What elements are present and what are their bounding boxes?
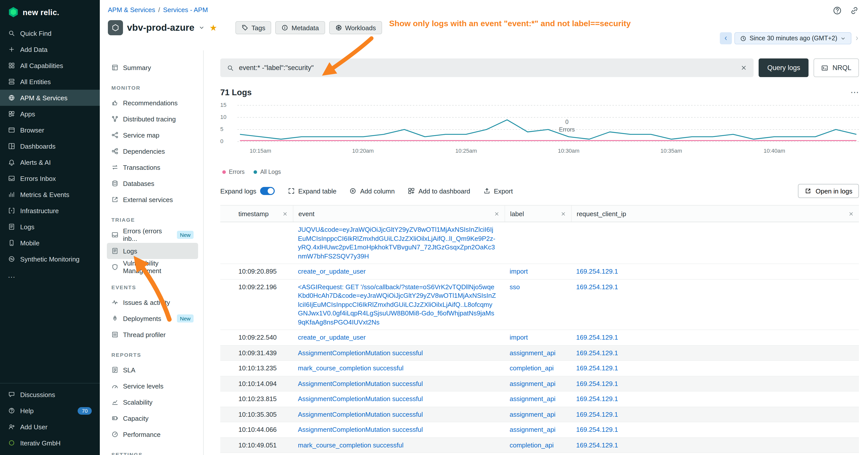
logs-search-input[interactable] bbox=[239, 64, 736, 71]
breadcrumb-services-apm[interactable]: Services - APM bbox=[163, 6, 208, 13]
ip-link[interactable]: 169.254.129.1 bbox=[571, 379, 859, 388]
table-row[interactable]: 10:09:22.540 create_or_update_user impor… bbox=[220, 330, 859, 346]
event-link[interactable]: AssignmentCompletionMutation successful bbox=[293, 425, 504, 434]
event-link[interactable]: create_or_update_user bbox=[293, 267, 504, 276]
table-row[interactable]: 10:10:23.815 AssignmentCompletionMutatio… bbox=[220, 391, 859, 407]
label-link[interactable]: completion_api bbox=[504, 441, 571, 450]
label-link[interactable]: sso bbox=[504, 283, 571, 291]
label-link[interactable]: import bbox=[504, 333, 571, 342]
sidebar-item-all-entities[interactable]: All Entities bbox=[0, 73, 100, 90]
query-logs-button[interactable]: Query logs bbox=[758, 59, 809, 77]
label-link[interactable]: assignment_api bbox=[504, 394, 571, 403]
sidebar-item-browser[interactable]: Browser bbox=[0, 122, 100, 138]
subnav-item-vulnerability-management[interactable]: Vulnerability Management bbox=[107, 259, 198, 275]
legend-errors[interactable]: Errors bbox=[222, 169, 245, 175]
subnav-item-recommendations[interactable]: Recommendations bbox=[107, 95, 198, 111]
subnav-item-summary[interactable]: Summary bbox=[107, 60, 198, 75]
add-to-dashboard-button[interactable]: Add to dashboard bbox=[408, 187, 470, 195]
sidebar-item-dashboards[interactable]: Dashboards bbox=[0, 138, 100, 154]
subnav-item-logs[interactable]: Logs bbox=[107, 243, 198, 259]
remove-column-icon[interactable] bbox=[560, 211, 566, 217]
subnav-item-scalability[interactable]: Scalability bbox=[107, 394, 198, 410]
sidebar-item-all-capabilities[interactable]: All Capabilities bbox=[0, 58, 100, 73]
time-forward-button[interactable] bbox=[854, 35, 860, 41]
table-row[interactable]: 10:11:00.311 AssignmentCompletionMutatio… bbox=[220, 453, 859, 455]
metadata-button[interactable]: Metadata bbox=[276, 21, 325, 34]
sidebar-item-account[interactable]: Iterativ GmbH bbox=[0, 435, 100, 451]
expand-table-button[interactable]: Expand table bbox=[287, 187, 337, 195]
table-row[interactable]: 10:10:49.051 mark_course_completion succ… bbox=[220, 437, 859, 453]
open-in-logs-button[interactable]: Open in logs bbox=[798, 184, 859, 198]
event-link[interactable]: mark_course_completion successful bbox=[293, 364, 504, 372]
tags-button[interactable]: Tags bbox=[236, 21, 272, 34]
event-link[interactable]: AssignmentCompletionMutation successful bbox=[293, 379, 504, 388]
remove-column-icon[interactable] bbox=[282, 211, 288, 217]
more-options-icon[interactable]: ⋯ bbox=[850, 88, 859, 97]
table-row[interactable]: 10:10:44.066 AssignmentCompletionMutatio… bbox=[220, 422, 859, 437]
subnav-item-databases[interactable]: Databases bbox=[107, 175, 198, 192]
sidebar-item-mobile[interactable]: Mobile bbox=[0, 235, 100, 251]
sidebar-item-apps[interactable]: Apps bbox=[0, 106, 100, 122]
subnav-item-performance[interactable]: Performance bbox=[107, 426, 198, 443]
ip-link[interactable]: 169.254.129.1 bbox=[571, 425, 859, 434]
add-column-button[interactable]: Add column bbox=[349, 187, 395, 195]
remove-column-icon[interactable] bbox=[848, 211, 854, 217]
time-range-button[interactable]: Since 30 minutes ago (GMT+2) bbox=[735, 32, 851, 44]
sidebar-item-help[interactable]: Help 70 bbox=[0, 402, 100, 419]
table-row[interactable]: 10:09:22.196 <ASGIRequest: GET '/sso/cal… bbox=[220, 280, 859, 330]
ip-link[interactable]: 169.254.129.1 bbox=[571, 267, 859, 276]
table-row[interactable]: 10:10:35.305 AssignmentCompletionMutatio… bbox=[220, 407, 859, 422]
subnav-item-thread-profiler[interactable]: Thread profiler bbox=[107, 326, 198, 343]
event-link[interactable]: <ASGIRequest: GET '/sso/callback/?state=… bbox=[293, 283, 504, 326]
sidebar-item-logs[interactable]: Logs bbox=[0, 219, 100, 235]
ip-link[interactable]: 169.254.129.1 bbox=[571, 441, 859, 450]
ip-link[interactable]: 169.254.129.1 bbox=[571, 410, 859, 419]
table-row[interactable]: 10:10:13.235 mark_course_completion succ… bbox=[220, 361, 859, 376]
time-back-button[interactable] bbox=[720, 32, 732, 44]
export-button[interactable]: Export bbox=[484, 187, 513, 195]
breadcrumb-apm-services[interactable]: APM & Services bbox=[108, 6, 155, 13]
sidebar-item-apm-services[interactable]: APM & Services bbox=[0, 90, 100, 106]
remove-column-icon[interactable] bbox=[494, 211, 499, 217]
label-link[interactable]: import bbox=[504, 267, 571, 276]
permalink-icon[interactable] bbox=[850, 6, 859, 15]
nrql-button[interactable]: NRQL bbox=[814, 59, 859, 77]
sidebar-item-alerts-ai[interactable]: Alerts & AI bbox=[0, 154, 100, 170]
label-link[interactable]: assignment_api bbox=[504, 349, 571, 357]
subnav-item-sla[interactable]: SLA bbox=[107, 362, 198, 378]
sidebar-item-infrastructure[interactable]: Infrastructure bbox=[0, 202, 100, 219]
subnav-item-service-levels[interactable]: Service levels bbox=[107, 378, 198, 394]
ip-link[interactable]: 169.254.129.1 bbox=[571, 333, 859, 342]
subnav-item-capacity[interactable]: Capacity bbox=[107, 410, 198, 426]
sidebar-item-more[interactable]: ... bbox=[0, 267, 100, 283]
ip-link[interactable]: 169.254.129.1 bbox=[571, 364, 859, 372]
event-link[interactable]: mark_course_completion successful bbox=[293, 441, 504, 450]
event-link[interactable]: AssignmentCompletionMutation successful bbox=[293, 410, 504, 419]
label-link[interactable]: assignment_api bbox=[504, 410, 571, 419]
sidebar-item-synthetic-monitoring[interactable]: Synthetic Monitoring bbox=[0, 251, 100, 267]
subnav-item-issues-activity[interactable]: Issues & activity bbox=[107, 294, 198, 311]
subnav-item-dependencies[interactable]: Dependencies bbox=[107, 143, 198, 159]
label-link[interactable]: completion_api bbox=[504, 364, 571, 372]
sidebar-item-metrics-events[interactable]: Metrics & Events bbox=[0, 187, 100, 202]
favorite-star-icon[interactable]: ★ bbox=[210, 23, 217, 33]
subnav-item-service-map[interactable]: Service map bbox=[107, 127, 198, 143]
ip-link[interactable]: 169.254.129.1 bbox=[571, 349, 859, 357]
event-link[interactable]: AssignmentCompletionMutation successful bbox=[293, 349, 504, 357]
entity-chevron-down-icon[interactable] bbox=[198, 25, 205, 31]
sidebar-item-add-user[interactable]: Add User bbox=[0, 419, 100, 435]
event-link[interactable]: JUQVU&code=eyJraWQiOiJjcGltY29yZV8wOTl1M… bbox=[293, 225, 504, 260]
event-link[interactable]: create_or_update_user bbox=[293, 333, 504, 342]
expand-logs-toggle[interactable] bbox=[260, 187, 275, 195]
sidebar-item-add-data[interactable]: Add Data bbox=[0, 41, 100, 58]
clear-search-icon[interactable] bbox=[741, 65, 747, 71]
table-row[interactable]: 10:10:14.094 AssignmentCompletionMutatio… bbox=[220, 376, 859, 391]
table-row[interactable]: 10:09:31.439 AssignmentCompletionMutatio… bbox=[220, 346, 859, 361]
table-row[interactable]: 10:09:20.895 create_or_update_user impor… bbox=[220, 264, 859, 280]
subnav-item-transactions[interactable]: Transactions bbox=[107, 159, 198, 175]
sidebar-item-errors-inbox[interactable]: Errors Inbox bbox=[0, 170, 100, 187]
sidebar-item-quick-find[interactable]: Quick Find bbox=[0, 25, 100, 41]
ip-link[interactable]: 169.254.129.1 bbox=[571, 283, 859, 291]
subnav-item-deployments[interactable]: Deployments New bbox=[107, 311, 198, 326]
event-link[interactable]: AssignmentCompletionMutation successful bbox=[293, 394, 504, 403]
